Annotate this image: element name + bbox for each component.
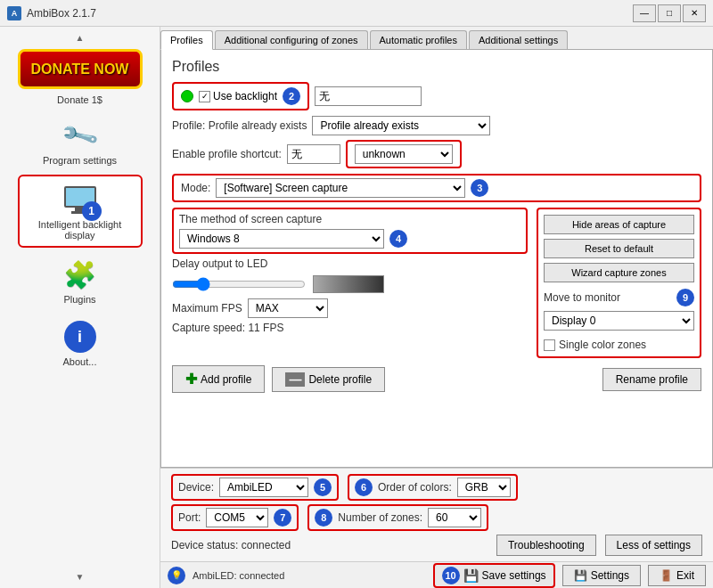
capture-method-section: The method of screen capture Windows 8 4: [172, 208, 528, 254]
mode-section: Mode: [Software] Screen capture 3: [172, 174, 701, 202]
badge-7: 7: [274, 509, 291, 527]
mode-label: Mode:: [181, 182, 210, 194]
sidebar-scroll-up[interactable]: ▲: [0, 30, 160, 45]
badge-8: 8: [315, 509, 332, 527]
order-dropdown[interactable]: GRB: [457, 478, 511, 497]
device-label: Device:: [178, 481, 214, 494]
profile-action-buttons: ✚ Add profile — Delete profile Rename pr…: [172, 365, 701, 393]
fps-dropdown[interactable]: MAX: [248, 298, 328, 318]
minimize-button[interactable]: —: [633, 4, 656, 22]
troubleshooting-button[interactable]: Troubleshooting: [496, 535, 596, 556]
puzzle-icon: 🧩: [62, 257, 98, 292]
panel-title: Profiles: [172, 59, 701, 75]
zones-dropdown[interactable]: 60: [428, 508, 481, 527]
badge-10: 10: [442, 567, 460, 584]
donate-button[interactable]: DONATE NOW: [18, 49, 143, 89]
app-icon: A: [7, 6, 21, 20]
maximize-button[interactable]: □: [658, 4, 681, 22]
zones-selector: 8 Number of zones: 60: [307, 504, 488, 531]
gradient-bar: [313, 275, 384, 293]
sidebar-item-label: Intelligent backlightdisplay: [38, 219, 122, 241]
donate-sub-label: Donate 1$: [57, 94, 102, 105]
single-color-label: Single color zones: [559, 339, 646, 351]
port-dropdown[interactable]: COM5: [206, 508, 268, 527]
display-dropdown[interactable]: Display 0: [544, 311, 694, 331]
exit-button[interactable]: 🚪 Exit: [648, 565, 706, 586]
sidebar-item-program-settings[interactable]: 🔧 Program settings: [18, 112, 143, 171]
tab-additional-settings[interactable]: Additional settings: [469, 30, 568, 49]
unknown-dropdown[interactable]: unknown: [355, 144, 453, 164]
delay-label: Delay output to LED: [172, 257, 528, 270]
single-color-checkbox[interactable]: [544, 339, 555, 351]
sidebar-scroll-down[interactable]: ▼: [0, 569, 160, 584]
enable-shortcut-label: Enable profile shortcut:: [172, 148, 282, 160]
sidebar-item-intelligent-backlight[interactable]: 1 Intelligent backlightdisplay: [18, 175, 143, 248]
status-icon: 💡: [168, 567, 185, 584]
plus-icon: ✚: [185, 371, 197, 388]
badge-1: 1: [82, 201, 102, 221]
badge-9: 9: [676, 289, 694, 306]
save-settings-button[interactable]: Save settings: [482, 569, 546, 582]
sidebar-item-about[interactable]: i About...: [18, 314, 143, 372]
exit-icon: 🚪: [660, 569, 673, 582]
add-profile-button[interactable]: ✚ Add profile: [172, 365, 265, 393]
color-order-selector: 6 Order of colors: GRB: [348, 474, 518, 501]
status-text: AmbiLED: connected: [193, 570, 284, 581]
tab-auto-profiles[interactable]: Automatic profiles: [370, 30, 467, 49]
profile-dropdown[interactable]: Profile already exists: [312, 116, 490, 135]
delete-profile-button[interactable]: — Delete profile: [272, 367, 385, 392]
profile-name-input[interactable]: [315, 86, 422, 106]
single-color-row: Single color zones: [544, 339, 694, 351]
use-backlight-checkbox[interactable]: ✓ Use backlight: [199, 90, 277, 102]
main-panel: Profiles ✓ Use backlight 2 Profile: Prof…: [160, 50, 713, 468]
settings-button[interactable]: 💾 Settings: [562, 565, 641, 586]
device-dropdown[interactable]: AmbiLED: [219, 478, 308, 497]
port-selector: Port: COM5 7: [171, 504, 299, 531]
close-button[interactable]: ✕: [683, 4, 706, 22]
badge-3: 3: [471, 179, 488, 197]
device-section: Device: AmbiLED 5 6 Order of colors: GRB: [160, 468, 713, 561]
right-action-box: Hide areas of capture Reset to default W…: [537, 208, 701, 358]
sidebar-item-label: About...: [63, 356, 97, 367]
tab-additional-zones[interactable]: Additional configuring of zones: [215, 30, 368, 49]
capture-method-label: The method of screen capture: [179, 213, 520, 225]
title-bar: A AmbiBox 2.1.7 — □ ✕: [0, 0, 713, 27]
checkbox-icon[interactable]: ✓: [199, 91, 210, 102]
monitor-icon: 1: [62, 182, 98, 217]
info-icon: i: [62, 319, 98, 355]
rename-profile-button[interactable]: Rename profile: [602, 368, 701, 391]
device-status-label: Device status: connected: [171, 539, 291, 551]
move-monitor-label: Move to monitor: [544, 291, 620, 304]
capture-method-dropdown[interactable]: Windows 8: [179, 229, 384, 249]
use-backlight-label: Use backlight: [213, 90, 277, 102]
delay-slider[interactable]: [172, 277, 306, 291]
tab-bar: Profiles Additional configuring of zones…: [160, 27, 713, 50]
use-backlight-section: ✓ Use backlight 2: [172, 82, 309, 110]
hide-areas-button[interactable]: Hide areas of capture: [544, 215, 694, 234]
profile-exists-label: Profile: Profile already exists: [172, 119, 307, 132]
sidebar-item-label: Program settings: [43, 155, 117, 166]
order-label: Order of colors:: [378, 481, 452, 494]
capture-speed-label: Capture speed: 11 FPS: [172, 322, 528, 334]
reset-default-button[interactable]: Reset to default: [544, 239, 694, 258]
badge-4: 4: [389, 230, 407, 248]
badge-2: 2: [283, 87, 300, 105]
status-dot: [181, 90, 193, 102]
save-settings-group: 10 💾 Save settings: [433, 563, 555, 588]
settings-icon: 💾: [574, 569, 587, 582]
minus-icon: —: [285, 372, 305, 387]
app-title: AmbiBox 2.1.7: [27, 7, 96, 20]
port-label: Port:: [178, 511, 201, 524]
shortcut-input[interactable]: [287, 144, 340, 164]
badge-5: 5: [314, 478, 332, 496]
max-fps-label: Maximum FPS: [172, 302, 242, 314]
sidebar-item-label: Plugins: [63, 294, 95, 305]
sidebar: ▲ DONATE NOW Donate 1$ 🔧 Program setting…: [0, 27, 160, 588]
zones-label: Number of zones:: [338, 511, 422, 524]
tab-profiles[interactable]: Profiles: [160, 30, 213, 50]
less-settings-button[interactable]: Less of settings: [605, 535, 702, 556]
sidebar-item-plugins[interactable]: 🧩 Plugins: [18, 251, 143, 310]
wizard-capture-button[interactable]: Wizard capture zones: [544, 263, 694, 282]
save-icon: 💾: [463, 568, 479, 583]
mode-dropdown[interactable]: [Software] Screen capture: [216, 178, 465, 198]
